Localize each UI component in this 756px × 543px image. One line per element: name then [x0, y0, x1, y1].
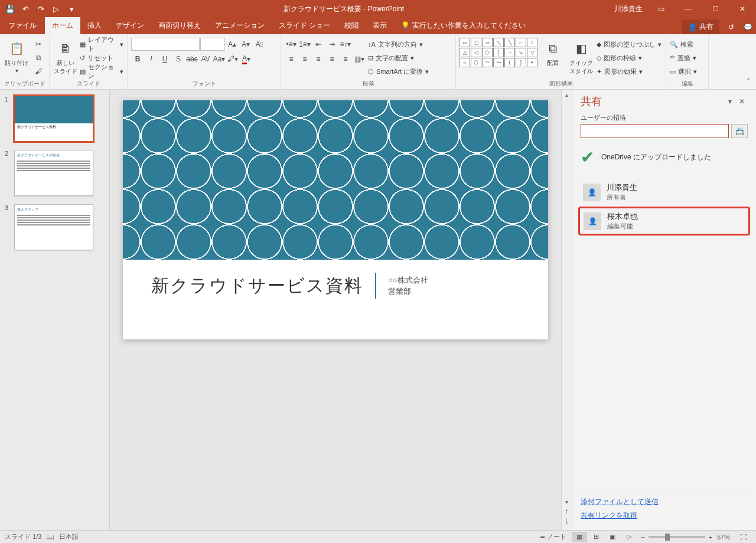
tab-slideshow[interactable]: スライド ショー: [272, 17, 337, 34]
slideshow-view-icon[interactable]: ▷: [621, 532, 637, 542]
tab-file[interactable]: ファイル: [0, 17, 45, 34]
thumbnail-slide-1[interactable]: 新クラウドサービス資料: [14, 96, 93, 142]
history-icon[interactable]: ↺: [723, 20, 739, 34]
thumbnail-slide-3[interactable]: 導入ステップ: [14, 204, 93, 250]
cut-icon[interactable]: ✂: [32, 38, 45, 51]
slide-title[interactable]: 新クラウドサービス資料: [151, 274, 363, 298]
zoom-percent[interactable]: 57%: [717, 534, 730, 541]
smartart-button[interactable]: ⬡ SmartArt に変換 ▾: [368, 65, 429, 78]
tab-home[interactable]: ホーム: [45, 17, 80, 34]
pane-close-icon[interactable]: ✕: [736, 96, 748, 107]
ribbon-options-icon[interactable]: ▭: [647, 0, 674, 18]
numbering-icon[interactable]: 1≡▾: [298, 38, 311, 51]
minimize-icon[interactable]: —: [674, 0, 702, 18]
tab-design[interactable]: デザイン: [109, 17, 151, 34]
tab-view[interactable]: 表示: [366, 17, 394, 34]
clear-format-icon[interactable]: A⃠: [253, 38, 266, 51]
slide-canvas[interactable]: 新クラウドサービス資料 ○○株式会社 営業部: [110, 90, 561, 530]
italic-button[interactable]: I: [145, 53, 158, 66]
spellcheck-icon[interactable]: 📖: [46, 533, 54, 541]
share-button[interactable]: 👤 共有: [682, 19, 719, 34]
save-icon[interactable]: 💾: [4, 2, 17, 15]
share-person-owner[interactable]: 👤 川添貴生 所有者: [581, 179, 748, 205]
shapes-gallery[interactable]: ▭◻▱＼╲⌐○ △◁⬡{→↘▽ ☆⬠〰〜(}▾: [460, 38, 537, 67]
strike-button[interactable]: abc: [185, 53, 198, 66]
columns-icon[interactable]: ▥▾: [353, 53, 366, 66]
tell-me[interactable]: 💡 実行したい作業を入力してください: [394, 17, 532, 34]
sorter-view-icon[interactable]: ⊞: [588, 532, 604, 542]
pane-menu-icon[interactable]: ▾: [724, 96, 736, 107]
font-size-select[interactable]: [200, 38, 225, 51]
maximize-icon[interactable]: ☐: [702, 0, 729, 18]
shape-outline-button[interactable]: ◇ 図形の枠線 ▾: [597, 51, 662, 64]
find-button[interactable]: 🔍 検索: [670, 38, 697, 51]
slide-thumbnails[interactable]: 1 新クラウドサービス資料 2 新クラウドサービスの特長 3 導入ステップ: [0, 90, 110, 530]
get-sharing-link[interactable]: 共有リンクを取得: [581, 511, 748, 521]
scroll-down-icon[interactable]: ▾: [562, 497, 572, 506]
scroll-up-icon[interactable]: ▴: [562, 90, 572, 99]
slide[interactable]: 新クラウドサービス資料 ○○株式会社 営業部: [123, 100, 548, 339]
select-button[interactable]: ▭ 選択 ▾: [670, 65, 697, 78]
start-slideshow-icon[interactable]: ▷: [50, 2, 63, 15]
tab-insert[interactable]: 挿入: [80, 17, 109, 34]
indent-icon[interactable]: ⇥: [325, 38, 338, 51]
status-slide[interactable]: スライド 1/3: [5, 532, 41, 541]
copy-icon[interactable]: ⧉: [32, 51, 45, 64]
notes-button[interactable]: ≐ ノート: [540, 532, 566, 541]
thumbnail-slide-2[interactable]: 新クラウドサービスの特長: [14, 150, 93, 196]
quick-styles-button[interactable]: ◧ クイック スタイル: [568, 38, 594, 76]
shrink-font-icon[interactable]: A▾: [239, 38, 252, 51]
line-spacing-icon[interactable]: ≡↕▾: [339, 38, 352, 51]
invite-input[interactable]: [581, 124, 729, 138]
tab-animations[interactable]: アニメーション: [208, 17, 272, 34]
font-family-select[interactable]: [131, 38, 200, 51]
grow-font-icon[interactable]: A▴: [226, 38, 239, 51]
section-button[interactable]: ▤ セクション ▾: [80, 65, 123, 78]
next-slide-icon[interactable]: ⭳: [562, 516, 572, 525]
font-color-icon[interactable]: A▾: [240, 53, 253, 66]
char-spacing-icon[interactable]: AV: [199, 53, 212, 66]
distribute-icon[interactable]: ≡: [339, 53, 352, 66]
underline-button[interactable]: U: [158, 53, 171, 66]
tab-transitions[interactable]: 画面切り替え: [151, 17, 208, 34]
bullets-icon[interactable]: •≡▾: [285, 38, 298, 51]
highlight-icon[interactable]: 🖍▾: [226, 53, 239, 66]
comments-icon[interactable]: 💬: [739, 20, 756, 34]
align-left-icon[interactable]: ≡: [285, 53, 298, 66]
fit-to-window-icon[interactable]: ⛶: [735, 532, 751, 542]
justify-icon[interactable]: ≡: [325, 53, 338, 66]
align-text-button[interactable]: ⊟ 文字の配置 ▾: [368, 51, 429, 64]
text-direction-button[interactable]: ↕A 文字列の方向 ▾: [368, 38, 429, 51]
paste-button[interactable]: 📋 貼り付け▾: [4, 38, 30, 74]
arrange-button[interactable]: ⧉ 配置: [540, 38, 566, 67]
new-slide-button[interactable]: 🗎 新しい スライド: [53, 38, 77, 76]
align-center-icon[interactable]: ≡: [298, 53, 311, 66]
tab-review[interactable]: 校閲: [337, 17, 366, 34]
account-name[interactable]: 川添貴生: [610, 4, 647, 14]
shape-fill-button[interactable]: ◆ 図形の塗りつぶし ▾: [597, 38, 662, 51]
replace-button[interactable]: ᵃᵇ 置換 ▾: [670, 51, 697, 64]
send-as-attachment-link[interactable]: 添付ファイルとして送信: [581, 497, 748, 507]
vertical-scrollbar[interactable]: ▴ ▾ ⭱ ⭳: [561, 90, 572, 530]
outdent-icon[interactable]: ⇤: [312, 38, 325, 51]
qat-more-icon[interactable]: ▾: [65, 2, 78, 15]
close-icon[interactable]: ✕: [729, 0, 756, 18]
reading-view-icon[interactable]: ▣: [605, 532, 620, 542]
shadow-button[interactable]: S: [172, 53, 185, 66]
redo-icon[interactable]: ↷: [34, 2, 47, 15]
collapse-ribbon-icon[interactable]: ˄: [743, 76, 754, 87]
prev-slide-icon[interactable]: ⭱: [562, 506, 572, 516]
slide-subtitle[interactable]: ○○株式会社 営業部: [388, 274, 428, 297]
zoom-slider[interactable]: [649, 536, 705, 538]
change-case-icon[interactable]: Aa▾: [213, 53, 226, 66]
status-language[interactable]: 日本語: [59, 532, 79, 541]
normal-view-icon[interactable]: ▦: [572, 532, 587, 542]
align-right-icon[interactable]: ≡: [312, 53, 325, 66]
shape-effects-button[interactable]: ✦ 図形の効果 ▾: [597, 65, 662, 78]
address-book-icon[interactable]: 📇: [731, 124, 748, 138]
format-painter-icon[interactable]: 🖌: [32, 65, 45, 78]
share-person-editor[interactable]: 👤 桜木卓也 編集可能: [578, 207, 750, 235]
undo-icon[interactable]: ↶: [19, 2, 32, 15]
bold-button[interactable]: B: [131, 53, 144, 66]
layout-button[interactable]: ▦ レイアウト ▾: [80, 38, 123, 51]
